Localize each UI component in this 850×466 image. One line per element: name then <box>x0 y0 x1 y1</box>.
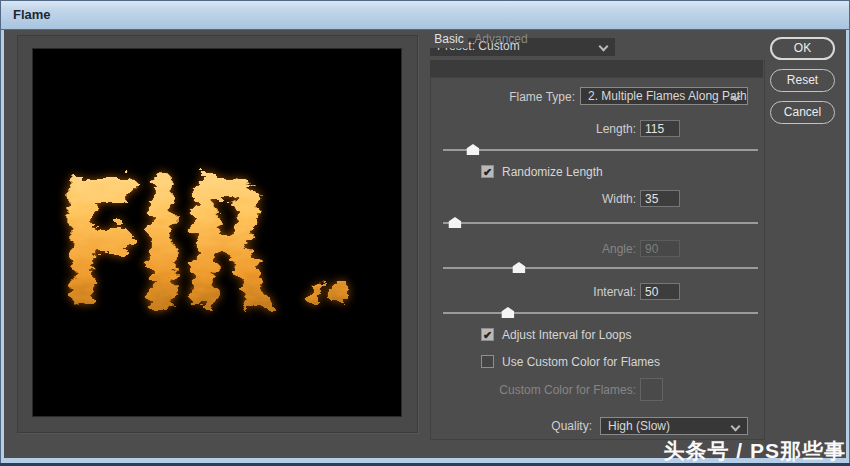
flame-type-dropdown[interactable]: 2. Multiple Flames Along Path <box>580 87 748 105</box>
tab-basic[interactable]: Basic <box>430 30 468 48</box>
watermark: 头条号 / PS那些事 <box>663 437 846 465</box>
custom-color-label: Custom Color for Flames: <box>499 383 636 397</box>
adjust-interval-checkbox[interactable]: ✔ <box>481 328 494 341</box>
quality-label: Quality: <box>551 419 592 433</box>
width-slider-thumb[interactable] <box>448 217 461 228</box>
angle-slider-thumb[interactable] <box>512 262 525 273</box>
angle-slider[interactable] <box>443 261 758 274</box>
use-custom-color-label: Use Custom Color for Flames <box>502 355 660 369</box>
checkmark-icon: ✔ <box>483 329 492 341</box>
use-custom-color-checkbox[interactable] <box>481 355 494 368</box>
randomize-length-label: Randomize Length <box>502 165 603 179</box>
flame-type-label: Flame Type: <box>509 90 575 104</box>
width-input[interactable] <box>640 190 680 207</box>
preview-canvas[interactable]: FIR .. FIR .. <box>32 48 402 417</box>
angle-label: Angle: <box>602 242 636 256</box>
width-slider[interactable] <box>443 216 758 229</box>
flame-preview-dots: .. <box>304 200 352 329</box>
flame-preview-text: FIR <box>61 142 273 348</box>
flame-type-value: 2. Multiple Flames Along Path <box>588 89 747 103</box>
quality-value: High (Slow) <box>608 419 670 433</box>
tab-advanced-label: Advanced <box>474 32 527 46</box>
ok-button[interactable]: OK <box>770 37 835 60</box>
reset-button[interactable]: Reset <box>770 69 835 92</box>
length-slider[interactable] <box>443 143 758 156</box>
flame-dialog: Flame <box>0 0 850 466</box>
tabstrip <box>430 60 763 78</box>
angle-input <box>640 240 680 257</box>
tab-basic-label: Basic <box>434 32 463 46</box>
titlebar[interactable]: Flame <box>0 0 850 30</box>
checkmark-icon: ✔ <box>483 166 492 178</box>
quality-dropdown[interactable]: High (Slow) <box>600 417 748 435</box>
interval-label: Interval: <box>593 285 636 299</box>
dialog-body: FIR .. FIR .. Preset: Custom Basic Adv <box>4 30 846 458</box>
interval-slider[interactable] <box>443 306 758 319</box>
length-input[interactable] <box>640 120 680 137</box>
custom-color-swatch <box>640 378 663 401</box>
width-label: Width: <box>602 192 636 206</box>
randomize-length-checkbox[interactable]: ✔ <box>481 165 494 178</box>
length-label: Length: <box>596 122 636 136</box>
adjust-interval-label: Adjust Interval for Loops <box>502 328 631 342</box>
chevron-down-icon <box>732 93 739 100</box>
cancel-button[interactable]: Cancel <box>770 101 835 124</box>
interval-slider-thumb[interactable] <box>501 307 514 318</box>
preview-panel: FIR .. FIR .. <box>17 35 418 433</box>
flame-preview-image: FIR .. FIR .. <box>33 49 401 416</box>
width-slider-track[interactable] <box>443 222 758 224</box>
chevron-down-icon <box>732 423 739 430</box>
chevron-down-icon <box>600 43 607 50</box>
tab-advanced[interactable]: Advanced <box>468 30 534 48</box>
length-slider-track[interactable] <box>443 149 758 151</box>
length-slider-thumb[interactable] <box>466 144 479 155</box>
interval-slider-track[interactable] <box>443 312 758 314</box>
window-title: Flame <box>13 7 51 22</box>
angle-slider-track[interactable] <box>443 267 758 269</box>
interval-input[interactable] <box>640 283 680 300</box>
